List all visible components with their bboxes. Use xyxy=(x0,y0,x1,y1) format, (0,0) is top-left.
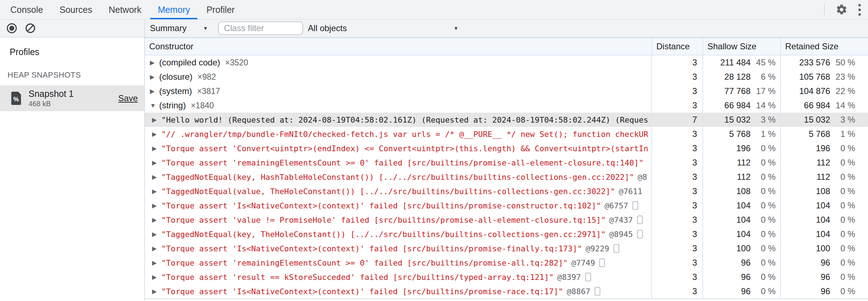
size-value: 108 xyxy=(736,186,751,196)
tab-console[interactable]: Console xyxy=(2,0,51,19)
column-header-distance[interactable]: Distance xyxy=(651,38,702,55)
twisty-collapsed-icon[interactable]: ▶ xyxy=(152,274,161,280)
cell-retained: 104 87622 % xyxy=(780,84,868,98)
sidebar-item-snapshot-1[interactable]: % Snapshot 1 468 kB Save xyxy=(0,85,144,111)
string-value: "Torque assert 'Is<NativeContext>(contex… xyxy=(161,287,563,296)
column-header-shallow-size[interactable]: Shallow Size xyxy=(702,38,780,55)
size-value: 3 xyxy=(692,129,697,139)
twisty-collapsed-icon[interactable]: ▶ xyxy=(150,60,159,66)
cell-distance: 3 xyxy=(651,184,702,198)
twisty-collapsed-icon[interactable]: ▶ xyxy=(152,160,161,166)
size-value: 3 xyxy=(692,158,697,168)
size-value: 104 xyxy=(736,229,751,239)
table-row[interactable]: ▶"TaggedNotEqual(key, TheHoleConstant())… xyxy=(145,227,868,241)
missing-glyph-box-icon xyxy=(595,287,600,296)
size-percent: 0 % xyxy=(751,201,776,211)
size-percent: 0 % xyxy=(830,243,855,253)
clear-profiles-button[interactable] xyxy=(25,23,35,33)
class-filter-input[interactable] xyxy=(218,21,303,35)
tab-sources[interactable]: Sources xyxy=(51,0,101,19)
twisty-collapsed-icon[interactable]: ▶ xyxy=(152,188,161,194)
size-value: 233 576 xyxy=(799,58,830,68)
record-heap-button[interactable] xyxy=(7,23,17,33)
cell-shallow: 77 76817 % xyxy=(702,84,780,98)
twisty-collapsed-icon[interactable]: ▶ xyxy=(152,131,161,137)
size-value: 112 xyxy=(737,158,751,168)
cell-shallow: 960 % xyxy=(702,284,780,298)
object-id: @8397 xyxy=(557,273,581,282)
twisty-collapsed-icon[interactable]: ▶ xyxy=(150,88,159,94)
objects-scope-select[interactable]: All objects ▼ xyxy=(308,23,459,33)
size-value: 15 032 xyxy=(725,115,751,125)
perspective-select[interactable]: Summary ▼ xyxy=(150,23,208,33)
tab-profiler[interactable]: Profiler xyxy=(198,0,243,19)
table-row[interactable]: ▶(closure)×982328 1286 %105 76823 % xyxy=(145,70,868,84)
twisty-collapsed-icon[interactable]: ▶ xyxy=(152,174,161,180)
twisty-collapsed-icon[interactable]: ▶ xyxy=(152,246,161,252)
constructor-name: (system) xyxy=(159,86,192,96)
object-id: @8867 xyxy=(567,287,590,296)
twisty-collapsed-icon[interactable]: ▶ xyxy=(152,288,161,295)
cell-retained: 1040 % xyxy=(780,198,868,213)
string-value: "Torque assert 'Is<NativeContext>(contex… xyxy=(161,201,601,210)
table-row[interactable]: ▶"Torque assert 'remainingElementsCount … xyxy=(145,156,868,170)
snapshot-size: 468 kB xyxy=(29,100,112,108)
grid-header: Constructor Distance Shallow Size Retain… xyxy=(145,38,868,55)
table-row[interactable]: ▶"Torque assert 'result == kStoreSuccede… xyxy=(145,270,868,284)
table-row[interactable]: ▼(string)×1840366 98414 %66 98414 % xyxy=(145,98,868,113)
size-value: 104 xyxy=(816,215,830,225)
column-header-retained-size[interactable]: Retained Size xyxy=(780,38,868,55)
cell-shallow: 1960 % xyxy=(702,141,780,156)
size-percent: 3 % xyxy=(751,115,776,125)
cell-constructor: ▶"Torque assert 'Is<NativeContext>(conte… xyxy=(145,284,651,298)
table-row[interactable]: ▶"Torque assert 'remainingElementsCount … xyxy=(145,256,868,270)
heap-data-grid: Constructor Distance Shallow Size Retain… xyxy=(145,38,868,301)
table-row[interactable]: ▶"Torque assert 'Convert<uintptr>(endInd… xyxy=(145,141,868,156)
table-row[interactable]: ▶(compiled code)×35203211 48445 %233 576… xyxy=(145,55,868,70)
cell-shallow: 960 % xyxy=(702,256,780,270)
instance-count: ×982 xyxy=(197,72,216,82)
size-value: 211 484 xyxy=(720,58,751,68)
save-snapshot-link[interactable]: Save xyxy=(118,93,138,103)
table-row[interactable]: ▶"// .wrangler/tmp/bundle-FmNIt0/checked… xyxy=(145,127,868,141)
table-row[interactable]: ▶"Torque assert 'Is<NativeContext>(conte… xyxy=(145,198,868,213)
tab-memory[interactable]: Memory xyxy=(150,0,198,19)
size-value: 3 xyxy=(692,286,697,296)
cell-retained: 1120 % xyxy=(780,156,868,170)
table-row[interactable]: ▶"TaggedNotEqual(key, HashTableHoleConst… xyxy=(145,170,868,184)
missing-glyph-box-icon xyxy=(637,230,643,238)
tab-network[interactable]: Network xyxy=(100,0,150,19)
twisty-collapsed-icon[interactable]: ▶ xyxy=(152,145,161,152)
size-value: 3 xyxy=(692,229,697,239)
table-row[interactable]: ▶"Torque assert 'Is<NativeContext>(conte… xyxy=(145,284,868,298)
twisty-collapsed-icon[interactable]: ▶ xyxy=(150,74,159,80)
table-row[interactable]: ▶"Torque assert 'value != PromiseHole' f… xyxy=(145,213,868,227)
table-row[interactable]: ▶"Torque assert 'Is<NativeContext>(conte… xyxy=(145,241,868,256)
cell-constructor: ▶"Torque assert 'value != PromiseHole' f… xyxy=(145,213,651,227)
table-row[interactable]: ▶"Hello world! (Requested at: 2024-08-19… xyxy=(145,113,868,127)
cell-constructor: ▶"Torque assert 'Is<NativeContext>(conte… xyxy=(145,241,651,256)
settings-button[interactable] xyxy=(836,4,848,16)
cell-constructor: ▶(system)×3817 xyxy=(145,84,651,98)
cell-constructor: ▶"// .wrangler/tmp/bundle-FmNIt0/checked… xyxy=(145,127,651,141)
twisty-collapsed-icon[interactable]: ▶ xyxy=(152,203,161,209)
missing-glyph-box-icon xyxy=(637,216,643,224)
size-value: 3 xyxy=(692,172,697,182)
twisty-collapsed-icon[interactable]: ▶ xyxy=(152,117,161,123)
cell-constructor: ▶"TaggedNotEqual(value, TheHoleConstant(… xyxy=(145,184,651,198)
twisty-collapsed-icon[interactable]: ▶ xyxy=(152,231,161,237)
cell-distance: 3 xyxy=(651,198,702,213)
cell-shallow: 960 % xyxy=(702,270,780,284)
twisty-collapsed-icon[interactable]: ▶ xyxy=(152,217,161,223)
more-menu-button[interactable] xyxy=(858,4,861,16)
column-header-constructor[interactable]: Constructor xyxy=(145,38,651,55)
twisty-expanded-icon[interactable]: ▼ xyxy=(150,103,159,109)
size-value: 3 xyxy=(692,58,697,68)
cell-shallow: 1120 % xyxy=(702,156,780,170)
size-percent: 0 % xyxy=(751,243,776,253)
size-value: 5 768 xyxy=(729,129,751,139)
cell-distance: 3 xyxy=(651,213,702,227)
table-row[interactable]: ▶(system)×3817377 76817 %104 87622 % xyxy=(145,84,868,98)
twisty-collapsed-icon[interactable]: ▶ xyxy=(152,260,161,266)
table-row[interactable]: ▶"TaggedNotEqual(value, TheHoleConstant(… xyxy=(145,184,868,198)
